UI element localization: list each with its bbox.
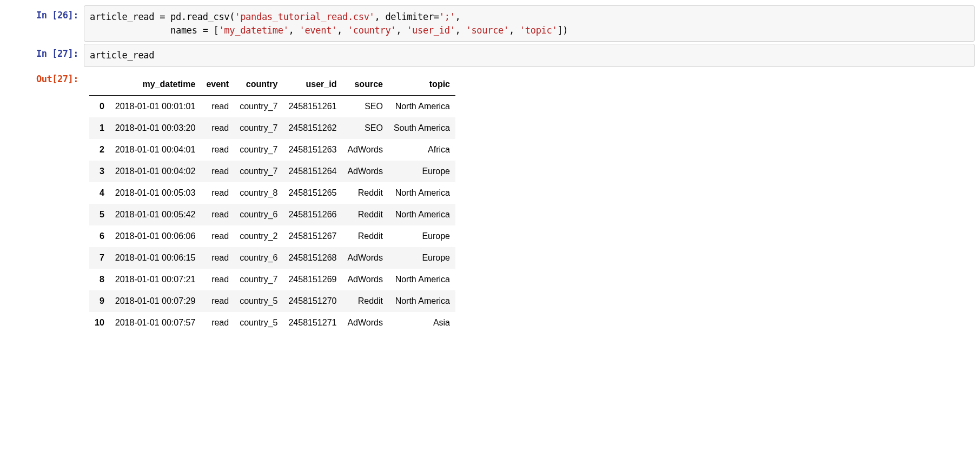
cell-value: AdWords — [342, 139, 388, 161]
cell-value: read — [201, 182, 234, 204]
row-index: 1 — [89, 117, 110, 139]
cell-value: Reddit — [342, 290, 388, 312]
table-row: 102018-01-01 00:07:57readcountry_5245815… — [89, 312, 455, 334]
code-input[interactable]: article_read — [84, 44, 975, 67]
cell-value: 2018-01-01 00:07:21 — [110, 269, 201, 290]
row-index: 8 — [89, 269, 110, 290]
cell-value: 2458151267 — [283, 225, 342, 247]
cell-value: AdWords — [342, 312, 388, 334]
code-token: article_read = pd.read_csv( — [90, 11, 235, 22]
cell-value: read — [201, 312, 234, 334]
cell-value: 2458151261 — [283, 95, 342, 117]
cell-value: country_7 — [234, 117, 283, 139]
cell-value: country_7 — [234, 269, 283, 290]
string-token: ';' — [439, 11, 455, 22]
col-header-country: country — [234, 74, 283, 96]
cell-value: Asia — [388, 312, 455, 334]
cell-value: 2018-01-01 00:07:57 — [110, 312, 201, 334]
string-token: 'user_id' — [407, 25, 455, 36]
table-row: 22018-01-01 00:04:01readcountry_72458151… — [89, 139, 455, 161]
cell-value: AdWords — [342, 161, 388, 182]
cell-value: 2018-01-01 00:07:29 — [110, 290, 201, 312]
cell-value: country_7 — [234, 139, 283, 161]
code-cell-27: In [27]: article_read — [5, 44, 975, 67]
cell-value: North America — [388, 182, 455, 204]
cell-value: North America — [388, 204, 455, 225]
row-index: 4 — [89, 182, 110, 204]
string-token: 'event' — [299, 25, 337, 36]
row-index: 3 — [89, 161, 110, 182]
output-prompt: Out[27]: — [5, 69, 84, 84]
cell-value: 2458151270 — [283, 290, 342, 312]
cell-value: North America — [388, 95, 455, 117]
cell-value: 2458151269 — [283, 269, 342, 290]
code-token: names = [ — [90, 25, 218, 36]
cell-value: SEO — [342, 117, 388, 139]
table-row: 92018-01-01 00:07:29readcountry_52458151… — [89, 290, 455, 312]
table-row: 52018-01-01 00:05:42readcountry_62458151… — [89, 204, 455, 225]
cell-value: read — [201, 247, 234, 269]
cell-value: 2018-01-01 00:04:02 — [110, 161, 201, 182]
code-input[interactable]: article_read = pd.read_csv('pandas_tutor… — [84, 5, 975, 42]
cell-value: 2018-01-01 00:01:01 — [110, 95, 201, 117]
output-cell-27: Out[27]: my_datetime event country user_… — [5, 69, 975, 334]
row-index: 5 — [89, 204, 110, 225]
cell-value: Reddit — [342, 204, 388, 225]
cell-value: read — [201, 117, 234, 139]
string-token: 'country' — [348, 25, 396, 36]
cell-value: 2018-01-01 00:06:15 — [110, 247, 201, 269]
table-row: 42018-01-01 00:05:03readcountry_82458151… — [89, 182, 455, 204]
cell-value: Africa — [388, 139, 455, 161]
dataframe-table: my_datetime event country user_id source… — [89, 74, 455, 334]
cell-value: read — [201, 161, 234, 182]
cell-value: North America — [388, 290, 455, 312]
cell-value: country_7 — [234, 161, 283, 182]
cell-value: country_5 — [234, 290, 283, 312]
code-token: , — [455, 11, 461, 22]
cell-value: 2458151263 — [283, 139, 342, 161]
string-token: 'topic' — [520, 25, 558, 36]
cell-value: South America — [388, 117, 455, 139]
row-index: 2 — [89, 139, 110, 161]
table-row: 12018-01-01 00:03:20readcountry_72458151… — [89, 117, 455, 139]
col-header-topic: topic — [388, 74, 455, 96]
row-index: 6 — [89, 225, 110, 247]
table-row: 02018-01-01 00:01:01readcountry_72458151… — [89, 95, 455, 117]
row-index: 9 — [89, 290, 110, 312]
cell-value: 2018-01-01 00:05:03 — [110, 182, 201, 204]
code-token: , — [289, 25, 300, 36]
table-row: 62018-01-01 00:06:06readcountry_22458151… — [89, 225, 455, 247]
cell-value: AdWords — [342, 269, 388, 290]
cell-value: read — [201, 290, 234, 312]
cell-value: Europe — [388, 247, 455, 269]
cell-value: 2458151266 — [283, 204, 342, 225]
input-prompt: In [27]: — [5, 44, 84, 59]
table-row: 82018-01-01 00:07:21readcountry_72458151… — [89, 269, 455, 290]
code-token: , — [509, 25, 520, 36]
col-header-event: event — [201, 74, 234, 96]
cell-value: country_7 — [234, 95, 283, 117]
code-token: , — [455, 25, 466, 36]
index-header — [89, 74, 110, 96]
cell-value: AdWords — [342, 247, 388, 269]
cell-value: read — [201, 139, 234, 161]
cell-value: read — [201, 95, 234, 117]
cell-value: country_5 — [234, 312, 283, 334]
table-header-row: my_datetime event country user_id source… — [89, 74, 455, 96]
string-token: 'source' — [466, 25, 508, 36]
row-index: 0 — [89, 95, 110, 117]
cell-value: read — [201, 269, 234, 290]
table-row: 32018-01-01 00:04:02readcountry_72458151… — [89, 161, 455, 182]
cell-value: 2458151271 — [283, 312, 342, 334]
table-row: 72018-01-01 00:06:15readcountry_62458151… — [89, 247, 455, 269]
input-prompt: In [26]: — [5, 5, 84, 21]
cell-value: country_6 — [234, 204, 283, 225]
cell-value: Reddit — [342, 225, 388, 247]
col-header-user-id: user_id — [283, 74, 342, 96]
cell-value: Reddit — [342, 182, 388, 204]
row-index: 10 — [89, 312, 110, 334]
string-token: 'pandas_tutorial_read.csv' — [235, 11, 374, 22]
cell-value: 2018-01-01 00:06:06 — [110, 225, 201, 247]
cell-value: North America — [388, 269, 455, 290]
code-token: , — [337, 25, 348, 36]
